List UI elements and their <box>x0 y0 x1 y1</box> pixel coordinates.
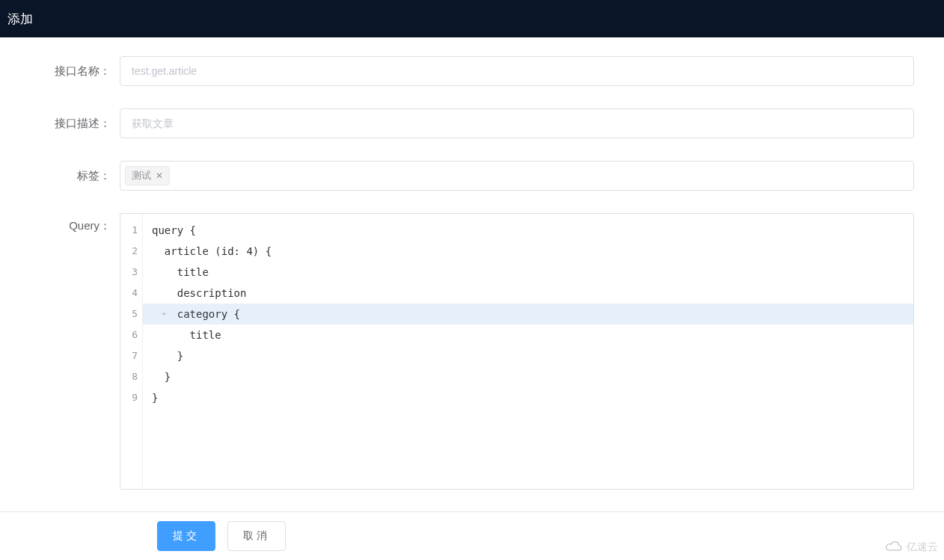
tags-input[interactable]: 测试 ✕ <box>120 161 914 191</box>
dialog-footer: 提交 取消 <box>0 511 944 560</box>
gutter-line-number: 5 <box>120 304 138 324</box>
gutter-line-number: 6 <box>120 324 138 345</box>
code-line[interactable]: ⇥ category { <box>143 304 913 324</box>
submit-button[interactable]: 提交 <box>157 521 215 551</box>
query-label: Query： <box>30 213 120 233</box>
tags-label: 标签： <box>30 169 120 183</box>
dialog-title: 添加 <box>7 10 33 28</box>
indent-arrow-icon: ⇥ <box>161 304 166 324</box>
description-input[interactable] <box>120 108 914 138</box>
dialog-header: 添加 <box>0 0 944 37</box>
description-label: 接口描述： <box>30 117 120 131</box>
gutter-line-number: 4 <box>120 283 138 304</box>
form-row-description: 接口描述： <box>30 108 914 138</box>
editor-gutter: 123456789 <box>120 214 143 489</box>
gutter-line-number: 7 <box>120 345 138 366</box>
form-row-name: 接口名称： <box>30 56 914 86</box>
gutter-line-number: 8 <box>120 366 138 387</box>
name-input[interactable] <box>120 56 914 86</box>
code-line[interactable]: title <box>143 324 913 345</box>
gutter-line-number: 2 <box>120 241 138 262</box>
gutter-line-number: 9 <box>120 387 138 408</box>
code-line[interactable]: query { <box>143 220 913 241</box>
code-line[interactable]: } <box>143 387 913 408</box>
query-editor[interactable]: 123456789 query { article (id: 4) { titl… <box>120 213 914 490</box>
code-line[interactable]: } <box>143 366 913 387</box>
code-line[interactable]: title <box>143 262 913 283</box>
tag-item: 测试 ✕ <box>125 166 170 185</box>
code-line[interactable]: } <box>143 345 913 366</box>
code-line[interactable]: description <box>143 283 913 304</box>
tag-text: 测试 <box>132 169 151 182</box>
editor-content[interactable]: query { article (id: 4) { title descript… <box>143 214 913 489</box>
gutter-line-number: 1 <box>120 220 138 241</box>
code-line[interactable]: article (id: 4) { <box>143 241 913 262</box>
cloud-icon <box>884 541 904 553</box>
gutter-line-number: 3 <box>120 262 138 283</box>
watermark: 亿速云 <box>884 541 938 554</box>
form-row-tags: 标签： 测试 ✕ <box>30 161 914 191</box>
watermark-text: 亿速云 <box>907 541 938 554</box>
cancel-button[interactable]: 取消 <box>227 521 286 551</box>
name-label: 接口名称： <box>30 64 120 79</box>
tag-remove-icon[interactable]: ✕ <box>156 170 163 181</box>
form-row-query: Query： 123456789 query { article (id: 4)… <box>30 213 914 490</box>
form: 接口名称： 接口描述： 标签： 测试 ✕ Query： 123456789 qu… <box>0 37 944 490</box>
